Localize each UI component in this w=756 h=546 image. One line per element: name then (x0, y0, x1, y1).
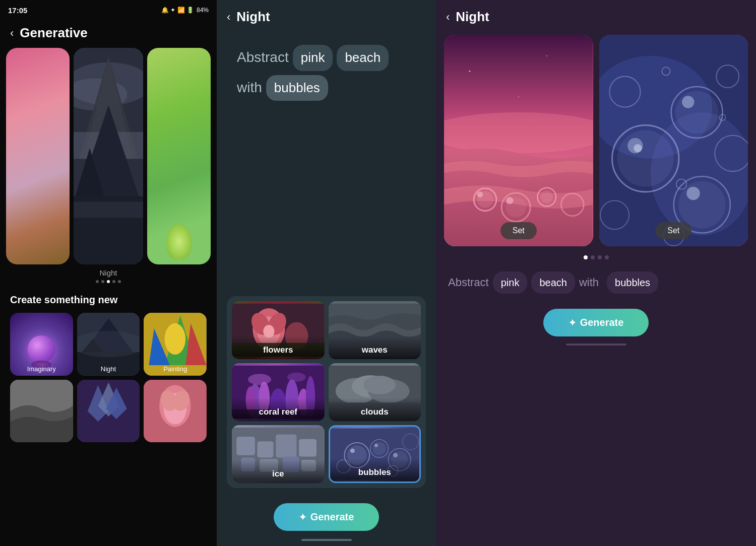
p3-generate-container: ✦ Generate (436, 299, 756, 344)
dot-5 (118, 280, 121, 283)
prompt-tag-pink[interactable]: pink (293, 45, 333, 71)
svg-rect-57 (236, 437, 255, 455)
green-blob (166, 224, 192, 259)
p3-dot-1 (584, 255, 588, 259)
p2-header: ‹ Night (217, 0, 436, 30)
generate-btn-container: ✦ Generate (217, 493, 436, 539)
svg-point-70 (372, 442, 386, 455)
p3-prompt-tag-beach[interactable]: beach (531, 271, 575, 294)
dot-row (0, 280, 217, 283)
create-card-flower[interactable] (144, 380, 207, 443)
create-card-imaginary[interactable]: Imaginary (10, 313, 73, 376)
p3-title: Night (456, 9, 489, 25)
prompt-tag-bubbles[interactable]: bubbles (266, 75, 328, 101)
prompt-text: Abstract pink beach with bubbles (237, 45, 416, 101)
create-card-crystal[interactable] (77, 380, 140, 443)
create-section-title: Create something new (10, 294, 207, 306)
create-grid: Imaginary Night (10, 313, 207, 442)
create-card-painting[interactable]: Painting (144, 313, 207, 376)
svg-rect-59 (276, 435, 296, 458)
create-card-mono[interactable] (10, 380, 73, 443)
subject-cell-bubbles[interactable]: bubbles (329, 425, 421, 483)
subject-label-bubbles: bubbles (330, 458, 420, 482)
p3-prompt-tag-pink[interactable]: pink (493, 271, 528, 294)
subject-cell-coral[interactable]: coral reef (232, 363, 325, 421)
svg-point-74 (393, 453, 398, 457)
p3-img-bubbles[interactable]: Set (599, 35, 748, 246)
status-bar: 17:05 🔔 ✦ 📶 🔋 84% (0, 0, 217, 20)
subject-label-waves: waves (329, 336, 421, 359)
sparkle-icon: ✦ (299, 512, 306, 523)
panel1-title: Generative (20, 25, 87, 41)
subject-cell-clouds[interactable]: clouds (329, 363, 421, 421)
p3-prompt-with: with (579, 273, 599, 292)
panel-night-selector: ‹ Night Abstract pink beach with bubbles (217, 0, 436, 546)
panel-night-result: ‹ Night (436, 0, 756, 546)
svg-point-90 (546, 55, 547, 56)
svg-point-71 (374, 444, 377, 447)
p3-prompt-area: Abstract pink beach with bubbles (436, 263, 756, 299)
wp-card-green[interactable] (147, 48, 211, 264)
svg-point-19 (165, 323, 186, 355)
subject-grid: flowers waves (227, 296, 426, 488)
subject-label-coral: coral reef (232, 398, 325, 421)
generate-label: Generate (310, 511, 354, 523)
subject-cell-waves[interactable]: waves (329, 301, 421, 359)
p3-dot-3 (598, 255, 602, 259)
svg-point-82 (477, 191, 483, 197)
dot-1 (96, 280, 99, 283)
p3-generate-button[interactable]: ✦ Generate (543, 309, 649, 336)
subject-label-ice: ice (232, 460, 325, 483)
panel1-header: ‹ Generative (0, 20, 217, 48)
scroll-bar-p2 (301, 539, 352, 541)
set-button-pink-beach[interactable]: Set (500, 222, 537, 239)
svg-point-98 (634, 144, 642, 152)
panel-generative: 17:05 🔔 ✦ 📶 🔋 84% ‹ Generative (0, 0, 217, 546)
p3-image-row: Set (436, 30, 756, 251)
wallpaper-row (0, 48, 217, 264)
p3-dot-4 (605, 255, 609, 259)
create-section: Create something new Imaginary Night (0, 286, 217, 447)
back-icon-generative[interactable]: ‹ (10, 27, 14, 40)
p3-prompt-tag-bubbles[interactable]: bubbles (607, 271, 658, 294)
prompt-abstract: Abstract (237, 46, 289, 69)
status-time: 17:05 (8, 6, 27, 15)
dot-3-active (107, 280, 110, 283)
subject-grid-container: flowers waves (217, 291, 436, 493)
p3-generate-label: Generate (580, 317, 624, 328)
p3-prompt-text: Abstract pink beach with bubbles (448, 271, 744, 294)
svg-point-101 (682, 96, 694, 108)
subject-cell-ice[interactable]: ice (232, 425, 325, 483)
svg-point-91 (518, 96, 519, 97)
subject-label-flowers: flowers (232, 336, 325, 359)
svg-point-96 (617, 130, 673, 187)
create-card-imaginary-label: Imaginary (10, 365, 73, 373)
p3-dot-row (436, 255, 756, 259)
prompt-with: with (237, 77, 262, 99)
dot-4 (112, 280, 115, 283)
p3-img-pink-beach[interactable]: Set (444, 35, 593, 246)
wp-card-mountain[interactable] (74, 48, 143, 264)
create-card-night[interactable]: Night (77, 313, 140, 376)
wp-card-pink[interactable] (6, 48, 70, 264)
p3-prompt-abstract: Abstract (448, 273, 489, 292)
set-button-bubbles[interactable]: Set (655, 222, 691, 239)
svg-point-100 (675, 91, 718, 134)
prompt-tag-beach[interactable]: beach (337, 45, 389, 71)
p3-sparkle-icon: ✦ (569, 317, 576, 328)
create-card-painting-label: Painting (144, 365, 207, 373)
generate-button[interactable]: ✦ Generate (274, 503, 380, 531)
svg-point-79 (444, 112, 593, 154)
back-icon-night[interactable]: ‹ (227, 11, 230, 24)
subject-cell-flowers[interactable]: flowers (232, 301, 325, 359)
p2-title: Night (236, 9, 270, 25)
svg-point-49 (287, 373, 306, 382)
back-icon-p3[interactable]: ‹ (446, 11, 450, 24)
svg-point-85 (506, 197, 513, 204)
svg-rect-9 (74, 201, 143, 218)
svg-rect-60 (299, 439, 317, 457)
dot-2 (101, 280, 104, 283)
subject-label-clouds: clouds (329, 398, 421, 421)
status-icons: 🔔 ✦ 📶 🔋 84% (161, 7, 209, 14)
p3-header: ‹ Night (436, 0, 756, 30)
